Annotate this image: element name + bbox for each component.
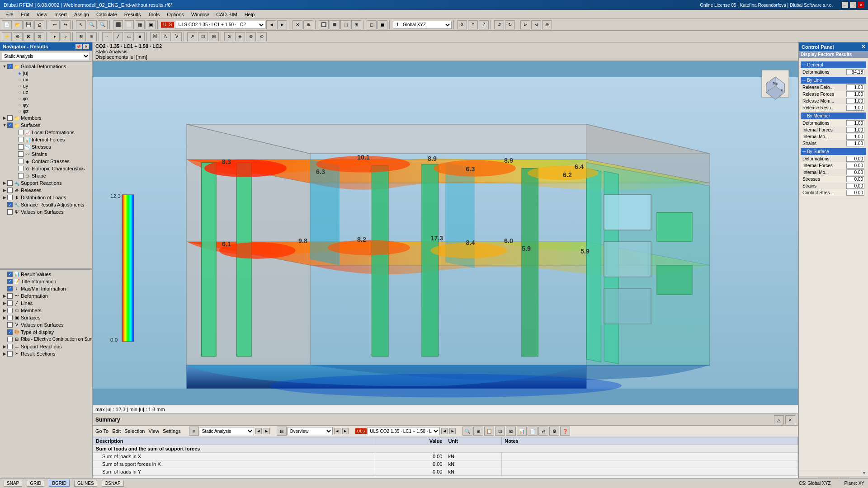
cp-mem-intmo-value[interactable] (846, 134, 864, 140)
tree-checkbox[interactable] (7, 195, 13, 200)
tree-type-display[interactable]: ✓ 🎨 Type of display (1, 328, 91, 336)
summary-tb8[interactable]: 🖨 (538, 427, 548, 436)
cp-bysurface-header[interactable]: ─ By Surface (801, 148, 866, 155)
tb2-surface[interactable]: ▭ (124, 32, 134, 41)
view-combo[interactable]: 1 - Global XYZ (393, 21, 452, 29)
tree-checkbox[interactable] (7, 188, 13, 193)
minimize-button[interactable]: ─ (842, 2, 848, 8)
tb2-extra4[interactable]: ⊙ (257, 32, 267, 41)
summary-analysis-select[interactable]: Static Analysis (200, 427, 254, 435)
tb2-m2[interactable]: N (161, 32, 171, 41)
tb2-sel3[interactable]: ⊞ (209, 32, 219, 41)
tb2-line[interactable]: ╱ (113, 32, 123, 41)
osnap-btn[interactable]: OSNAP (102, 480, 124, 487)
grid-btn[interactable]: GRID (27, 480, 44, 487)
load-combo[interactable]: ULS CO2 1.35 · LC1 + 1.50 · LC2 (175, 21, 265, 29)
summary-ov-prev-btn[interactable]: ◄ (334, 428, 340, 434)
summary-tb1[interactable]: 🔍 (462, 427, 472, 436)
tree-lines-b[interactable]: ▶ ╱ Lines (1, 300, 91, 307)
cp-rel-forces-value[interactable] (846, 91, 864, 97)
tb-axis1[interactable]: X (457, 20, 467, 29)
cp-mem-strains-value[interactable] (846, 141, 864, 146)
tree-checkbox[interactable] (18, 137, 24, 142)
tb-undo[interactable]: ↩ (50, 20, 60, 29)
cp-close-btn[interactable]: ✕ (861, 44, 865, 50)
cp-mem-deform-value[interactable] (846, 120, 864, 126)
tree-checkbox[interactable] (18, 173, 24, 178)
tree-checkbox[interactable] (7, 209, 13, 215)
menu-options[interactable]: Options (163, 11, 188, 18)
close-button[interactable]: ✕ (858, 2, 864, 8)
tb-rotate-left[interactable]: ↺ (494, 20, 504, 29)
edit-menu[interactable]: Edit (112, 428, 121, 434)
glines-btn[interactable]: GLINES (74, 480, 97, 487)
cp-surf-intmo-value[interactable] (846, 169, 864, 175)
summary-tb4[interactable]: ⊡ (495, 427, 505, 436)
tree-checkbox[interactable]: ✓ (7, 286, 13, 291)
bgrid-btn[interactable]: BGRID (49, 480, 70, 487)
tree-internal-forces[interactable]: 📊 Internal Forces (12, 136, 91, 143)
cp-byline-header[interactable]: ─ By Line (801, 77, 866, 84)
tree-checkbox[interactable] (18, 151, 24, 157)
tree-members-b[interactable]: ▶ ▭ Members (1, 307, 91, 314)
goto-menu[interactable]: Go To (95, 428, 108, 434)
tree-uz[interactable]: ○ uz (12, 89, 91, 95)
tb-render3[interactable]: ⬚ (340, 20, 350, 29)
tree-checkbox[interactable]: ✓ (7, 272, 13, 277)
tree-checkbox[interactable] (7, 344, 13, 349)
tb-more3[interactable]: ⊕ (542, 20, 552, 29)
tb-render2[interactable]: 🔳 (330, 20, 340, 29)
maximize-button[interactable]: □ (850, 2, 856, 8)
cp-rel-defo-value[interactable] (846, 84, 864, 90)
tb2-7[interactable]: ≋ (76, 32, 86, 41)
tb2-extra1[interactable]: ⊘ (224, 32, 234, 41)
menu-assign[interactable]: Assign (71, 11, 93, 18)
summary-static-icon[interactable]: ≡ (189, 427, 199, 436)
tree-checkbox[interactable] (7, 300, 13, 306)
summary-tb7[interactable]: 📄 (528, 427, 538, 436)
tb-rotate-right[interactable]: ↻ (505, 20, 515, 29)
summary-combo-select[interactable]: ULS CO2 1.35 · LC1 + 1.50 · LC2 (368, 427, 440, 435)
tb-open[interactable]: 📂 (13, 20, 23, 29)
viewport-3d[interactable]: 8.3 10.1 8.9 8.9 6.4 6.3 6.3 6.2 6.1 9.8… (93, 61, 798, 405)
tb2-5[interactable]: ▸ (50, 32, 60, 41)
tree-checkbox[interactable] (7, 315, 13, 320)
tb-render1[interactable]: 🔲 (319, 20, 329, 29)
cp-surf-strains-value[interactable] (846, 183, 864, 189)
selection-menu[interactable]: Selection (124, 428, 145, 434)
tree-values-on-surf[interactable]: Ψ Values on Surfaces (1, 208, 91, 216)
view-menu[interactable]: View (148, 428, 159, 434)
summary-next-btn[interactable]: ► (264, 428, 270, 434)
tree-checkbox[interactable] (7, 322, 13, 328)
summary-overview-icon[interactable]: ⊟ (277, 427, 287, 436)
tb2-m1[interactable]: M (150, 32, 160, 41)
tree-phiz[interactable]: ○ φz (12, 108, 91, 114)
tree-phiy[interactable]: ○ φy (12, 102, 91, 108)
tb-more2[interactable]: ⊲ (531, 20, 541, 29)
tb2-1[interactable]: ⚡ (2, 32, 12, 41)
tb-view4[interactable]: ▣ (146, 20, 156, 29)
tb-combo-prev[interactable]: ◄ (266, 20, 276, 29)
tb-iso2[interactable]: ◼ (377, 20, 387, 29)
snap-btn[interactable]: SNAP (4, 480, 22, 487)
tb2-extra2[interactable]: ◈ (235, 32, 245, 41)
tb2-extra3[interactable]: ⊗ (246, 32, 256, 41)
summary-ov-next-btn[interactable]: ► (342, 428, 349, 434)
menu-help[interactable]: Help (241, 11, 259, 18)
tb2-m3[interactable]: V (172, 32, 182, 41)
summary-tb2[interactable]: ⊞ (473, 427, 483, 436)
tb2-node[interactable]: · (102, 32, 112, 41)
cp-mem-intforces-value[interactable] (846, 127, 864, 133)
tb-combo-next[interactable]: ► (277, 20, 287, 29)
tree-deformation-b[interactable]: ▶ 〜 Deformation (1, 292, 91, 300)
tree-isotropic[interactable]: ⊙ Isotropic Characteristics (12, 165, 91, 172)
summary-tb10[interactable]: ❓ (560, 427, 570, 436)
menu-cad-bim[interactable]: CAD-BIM (212, 11, 241, 18)
tree-local-deform[interactable]: 📈 Local Deformations (12, 129, 91, 136)
tb-zoom-in[interactable]: 🔍 (87, 20, 97, 29)
summary-tb9[interactable]: ⚙ (549, 427, 559, 436)
tree-global-deformations[interactable]: ▼ ✓ 📁 Global Deformations (1, 63, 91, 70)
tb-print[interactable]: 🖨 (34, 20, 44, 29)
tb-select[interactable]: ↖ (76, 20, 86, 29)
summary-combo-next[interactable]: ► (449, 428, 456, 434)
